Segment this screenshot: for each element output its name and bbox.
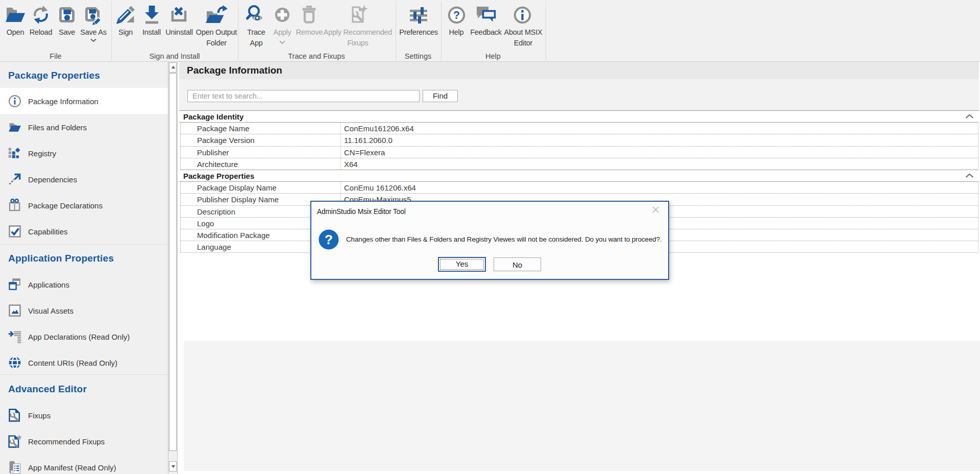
svg-text:?: ? <box>453 9 460 21</box>
svg-text:?: ? <box>325 232 333 247</box>
